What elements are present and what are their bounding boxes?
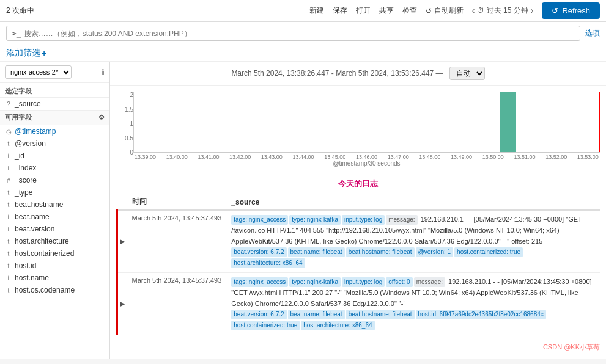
- log-tag2[interactable]: beat.name: filebeat: [288, 247, 345, 257]
- field-host-arch[interactable]: t host.architecture: [0, 235, 109, 247]
- search-input-wrapper[interactable]: >_: [6, 26, 580, 41]
- top-bar: 2 次命中 新建 保存 打开 共享 检查 ↺ 自动刷新 ‹ ⏱ 过去 15 分钟…: [0, 0, 606, 22]
- field-beat-version[interactable]: t beat.version: [0, 223, 109, 235]
- selected-fields-title: 选定字段: [0, 83, 109, 98]
- field-name-hoc: host.os.codename: [15, 286, 75, 294]
- field-name-sc: _score: [15, 176, 37, 184]
- gear-icon[interactable]: ⚙: [98, 114, 105, 122]
- auto-refresh-btn[interactable]: ↺ 自动刷新: [426, 5, 464, 16]
- field-index[interactable]: t _index: [0, 162, 109, 174]
- log-tag2[interactable]: beat.version: 6.7.2: [231, 310, 286, 319]
- field-type-ts: ◷: [5, 128, 12, 135]
- x-label-4: 13:42:00: [229, 154, 251, 160]
- log-tag2[interactable]: beat.version: 6.7.2: [231, 247, 286, 257]
- col-expand: [117, 194, 127, 210]
- open-btn[interactable]: 打开: [356, 5, 371, 16]
- log-tag2[interactable]: beat.name: filebeat: [288, 310, 345, 319]
- search-prefix: >_: [12, 29, 21, 38]
- field-version[interactable]: t @version: [0, 137, 109, 150]
- field-score[interactable]: # _score: [0, 174, 109, 186]
- log-tag[interactable]: tags: nginx_access: [231, 215, 288, 225]
- x-label-11: 13:49:00: [451, 154, 472, 160]
- y-label-0: 0: [116, 149, 133, 156]
- log-tag2[interactable]: host.architecture: x86_64: [231, 258, 305, 268]
- refresh-spin-icon: ↺: [552, 6, 558, 15]
- field-name-ha: host.architecture: [15, 237, 69, 246]
- field-name-idx: _index: [15, 164, 36, 172]
- log-tag[interactable]: message:: [386, 215, 417, 225]
- field-name-tp: _type: [15, 188, 32, 197]
- share-btn[interactable]: 共享: [379, 5, 394, 16]
- next-arrow[interactable]: ›: [531, 5, 534, 16]
- x-label-2: 13:40:00: [166, 154, 188, 160]
- field-id[interactable]: t _id: [0, 150, 109, 162]
- log-time-1: March 5th 2024, 13:45:37.493: [127, 273, 227, 335]
- log-expand-0[interactable]: ▶: [117, 210, 127, 273]
- log-tag2[interactable]: host.architecture: x86_64: [301, 321, 374, 330]
- field-timestamp[interactable]: ◷ @timestamp: [0, 125, 109, 137]
- search-input[interactable]: [24, 29, 575, 38]
- index-info-icon[interactable]: ℹ: [102, 68, 105, 77]
- log-tag[interactable]: message:: [414, 277, 445, 287]
- field-type[interactable]: t _type: [0, 186, 109, 198]
- y-label-1: 1: [116, 120, 133, 127]
- field-name-bv: beat.version: [15, 225, 54, 233]
- field-host-os-codename[interactable]: t host.os.codename: [0, 284, 109, 296]
- x-label-7: 13:45:00: [324, 154, 345, 160]
- options-button[interactable]: 选项: [585, 28, 600, 38]
- log-tag2[interactable]: host.id: 6f947a69dc2e4365b2f8e02cc168684…: [416, 310, 546, 319]
- log-tag2[interactable]: host.containerized: true: [231, 321, 300, 330]
- refresh-icon: ↺: [426, 7, 432, 15]
- auto-select[interactable]: 自动: [449, 67, 485, 80]
- log-tag[interactable]: input.type: log: [342, 277, 385, 287]
- field-type-bn: t: [5, 214, 12, 220]
- field-type-idx: t: [5, 165, 12, 172]
- x-label-5: 13:43:00: [261, 154, 283, 160]
- log-tag[interactable]: input.type: log: [342, 215, 385, 225]
- field-type-bh: t: [5, 202, 12, 208]
- log-tag2[interactable]: beat.hostname: filebeat: [346, 247, 415, 257]
- field-host-id[interactable]: t host.id: [0, 260, 109, 272]
- field-type-id: t: [5, 153, 12, 159]
- field-host-containerized[interactable]: t host.containerized: [0, 247, 109, 260]
- prev-arrow[interactable]: ‹: [472, 5, 475, 16]
- save-btn[interactable]: 保存: [333, 5, 347, 16]
- field-type-hi: t: [5, 263, 12, 269]
- x-label-9: 13:47:00: [388, 154, 409, 160]
- add-filter-row[interactable]: 添加筛选 +: [0, 45, 606, 62]
- y-label-1-5: 1.5: [116, 106, 133, 113]
- field-name-v: @version: [15, 139, 46, 148]
- x-label-10: 13:48:00: [419, 154, 440, 160]
- nav-arrows: ‹ ⏱ 过去 15 分钟 ›: [472, 5, 534, 16]
- log-tag2[interactable]: @version: 1: [416, 247, 454, 257]
- log-tag2[interactable]: beat.hostname: filebeat: [346, 310, 415, 319]
- chart-container: 2 1.5 1 0.5 0 13:39:00 13:40:00 13: [110, 86, 606, 173]
- field-host-name[interactable]: t host.name: [0, 272, 109, 284]
- x-label-8: 13:46:00: [356, 154, 377, 160]
- new-btn[interactable]: 新建: [309, 5, 324, 16]
- log-tag[interactable]: type: nginx-kafka: [289, 277, 341, 287]
- x-label-6: 13:44:00: [293, 154, 314, 160]
- log-expand-1[interactable]: ▶: [117, 273, 127, 335]
- log-tag[interactable]: tags: nginx_access: [231, 277, 288, 287]
- x-label-14: 13:52:00: [545, 154, 567, 160]
- field-beat-name[interactable]: t beat.name: [0, 211, 109, 223]
- log-table: 时间 _source ▶March 5th 2024, 13:45:37.493…: [116, 194, 600, 335]
- log-tag2[interactable]: host.containerized: true: [454, 247, 523, 257]
- log-tag[interactable]: offset: 0: [386, 277, 412, 287]
- inspect-btn[interactable]: 检查: [402, 5, 417, 16]
- y-label-0-5: 0.5: [116, 135, 133, 142]
- selected-field-source[interactable]: ? _source: [0, 98, 109, 110]
- col-source: _source: [226, 194, 600, 210]
- watermark: CSDN @KK小草莓: [110, 340, 606, 354]
- x-label-1: 13:39:00: [135, 154, 156, 160]
- field-type-bv: t: [5, 226, 12, 233]
- refresh-button[interactable]: ↺ Refresh: [542, 2, 600, 19]
- chart-red-line: [599, 92, 600, 152]
- sidebar-index-row: nginx-access-2* ℹ: [0, 62, 109, 83]
- index-select[interactable]: nginx-access-2*: [5, 65, 72, 79]
- log-tag[interactable]: type: nginx-kafka: [289, 215, 341, 225]
- field-beat-hostname[interactable]: t beat.hostname: [0, 198, 109, 211]
- x-label-12: 13:50:00: [482, 154, 504, 160]
- field-type-sc: #: [5, 177, 12, 184]
